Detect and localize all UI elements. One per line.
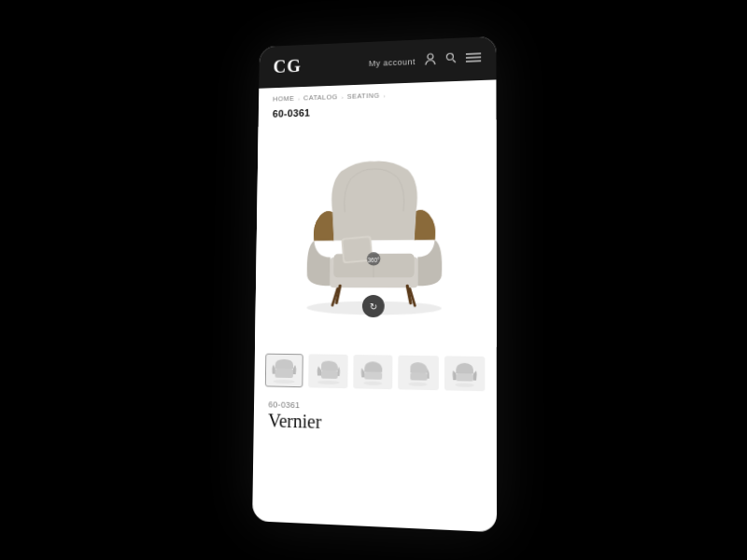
logo[interactable]: CG (273, 56, 301, 77)
svg-line-2 (453, 60, 456, 63)
svg-rect-23 (456, 373, 473, 382)
product-name: Vernier (268, 410, 481, 438)
thumbnail-5[interactable] (444, 356, 486, 391)
thumbnail-strip (254, 344, 497, 401)
svg-text:360°: 360° (368, 257, 381, 263)
product-info: 60-0361 Vernier (254, 396, 497, 442)
breadcrumb-home[interactable]: HOME (273, 94, 294, 103)
breadcrumb-catalog[interactable]: CATALOG (303, 92, 338, 102)
my-account-label[interactable]: My account (369, 57, 416, 68)
thumbnail-3[interactable] (353, 355, 393, 389)
svg-line-4 (466, 57, 481, 58)
search-icon[interactable] (445, 51, 457, 67)
svg-point-20 (409, 382, 428, 385)
breadcrumb-sep-2: › (342, 93, 344, 101)
breadcrumb-seating[interactable]: SEATING (347, 91, 380, 101)
thumbnail-4[interactable] (398, 356, 438, 390)
svg-rect-15 (275, 369, 293, 378)
svg-point-18 (363, 381, 382, 385)
svg-point-1 (446, 53, 453, 60)
thumbnail-1[interactable] (265, 354, 303, 388)
svg-rect-17 (321, 371, 338, 379)
breadcrumb-sep-1: › (298, 94, 300, 102)
breadcrumb-sep-3: › (384, 91, 386, 99)
user-icon[interactable] (425, 52, 436, 68)
svg-line-5 (466, 61, 481, 62)
thumbnail-2[interactable] (309, 354, 348, 388)
svg-rect-21 (411, 372, 428, 380)
svg-point-16 (317, 380, 340, 384)
svg-point-0 (428, 54, 433, 60)
product-image-container: 360° ↻ (255, 119, 497, 347)
rotate-icon: ↻ (370, 301, 377, 311)
svg-point-22 (455, 383, 474, 387)
rotate-360-button[interactable]: ↻ (362, 295, 385, 317)
header-actions: My account (369, 50, 481, 71)
svg-rect-19 (364, 371, 382, 379)
svg-point-14 (274, 380, 295, 384)
phone-screen: CG My account (252, 36, 497, 532)
svg-line-3 (466, 53, 481, 54)
menu-icon[interactable] (466, 51, 481, 66)
